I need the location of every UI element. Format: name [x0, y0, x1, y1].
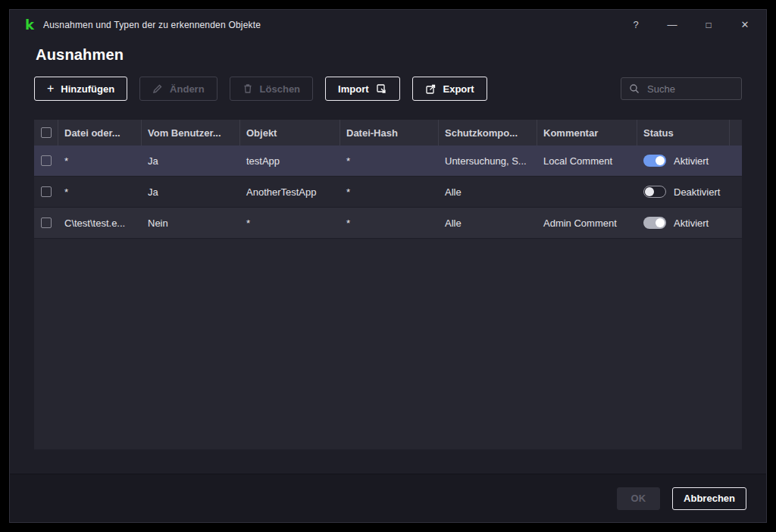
column-header-object[interactable]: Objekt [240, 120, 340, 146]
table-row[interactable]: * Ja testApp * Untersuchung, S... Local … [34, 146, 742, 177]
add-button[interactable]: + Hinzufügen [34, 77, 127, 101]
status-label: Aktiviert [674, 155, 709, 167]
search-icon [629, 83, 640, 94]
cell-hash: * [340, 146, 439, 176]
cell-object: AnotherTestApp [240, 177, 340, 207]
column-header-comment[interactable]: Kommentar [537, 120, 637, 146]
plus-icon: + [47, 83, 54, 95]
minimize-button[interactable]: — [666, 19, 678, 31]
row-checkbox[interactable] [41, 217, 52, 228]
delete-button[interactable]: Löschen [230, 77, 313, 101]
cell-comment: Local Comment [537, 146, 637, 176]
status-toggle[interactable] [643, 155, 666, 167]
maximize-button[interactable]: □ [702, 19, 715, 31]
column-header-hash[interactable]: Datei-Hash [340, 120, 439, 146]
column-header-filler [730, 120, 742, 146]
search-box [621, 77, 742, 100]
export-button-label: Export [443, 83, 474, 95]
delete-button-label: Löschen [260, 83, 300, 95]
trash-icon [242, 83, 253, 94]
cell-component: Untersuchung, S... [439, 146, 537, 176]
titlebar: k Ausnahmen und Typen der zu erkennenden… [10, 10, 766, 40]
cell-file: * [58, 177, 142, 207]
import-button-label: Import [338, 83, 368, 95]
kaspersky-logo-icon: k [25, 18, 34, 32]
edit-button-label: Ändern [170, 83, 205, 95]
edit-button[interactable]: Ändern [139, 77, 217, 101]
cell-component: Alle [439, 208, 537, 238]
window-title: Ausnahmen und Typen der zu erkennenden O… [43, 20, 261, 30]
cell-file: C\test\test.e... [58, 208, 142, 238]
cancel-button[interactable]: Abbrechen [672, 487, 746, 510]
cell-object: testApp [240, 146, 340, 176]
cell-user: Ja [142, 177, 240, 207]
add-button-label: Hinzufügen [61, 83, 114, 95]
cell-user: Nein [142, 208, 240, 238]
toolbar: + Hinzufügen Ändern Löschen Import [34, 77, 742, 101]
select-all-checkbox[interactable] [41, 127, 52, 138]
export-button[interactable]: Export [412, 77, 487, 101]
dialog-window: k Ausnahmen und Typen der zu erkennenden… [9, 9, 767, 523]
cell-hash: * [340, 208, 439, 238]
table-empty-area [34, 239, 742, 449]
window-controls: ? — □ ✕ [630, 19, 751, 31]
dialog-footer: OK Abbrechen [10, 474, 766, 522]
status-toggle[interactable] [643, 217, 666, 229]
row-checkbox[interactable] [41, 155, 52, 166]
cell-file: * [58, 146, 142, 176]
column-header-status[interactable]: Status [637, 120, 730, 146]
exclusions-table: Datei oder... Vom Benutzer... Objekt Dat… [34, 120, 742, 449]
select-all-cell [34, 120, 58, 146]
cell-comment [537, 177, 637, 207]
search-input[interactable] [646, 83, 734, 95]
table-row[interactable]: * Ja AnotherTestApp * Alle Deaktiviert [34, 177, 742, 208]
status-toggle[interactable] [643, 186, 666, 198]
import-button[interactable]: Import [325, 77, 399, 101]
close-button[interactable]: ✕ [739, 19, 751, 31]
column-header-user[interactable]: Vom Benutzer... [142, 120, 240, 146]
row-checkbox[interactable] [41, 186, 52, 197]
import-icon [376, 83, 387, 95]
pencil-icon [152, 83, 163, 94]
column-header-file[interactable]: Datei oder... [58, 120, 142, 146]
export-icon [425, 83, 436, 95]
cell-hash: * [340, 177, 439, 207]
cell-object: * [240, 208, 340, 238]
table-row[interactable]: C\test\test.e... Nein * * Alle Admin Com… [34, 208, 742, 239]
table-header-row: Datei oder... Vom Benutzer... Objekt Dat… [34, 120, 742, 146]
status-label: Deaktiviert [674, 186, 720, 198]
status-label: Aktiviert [674, 217, 709, 229]
cell-user: Ja [142, 146, 240, 176]
page-title: Ausnahmen [36, 46, 124, 64]
cell-component: Alle [439, 177, 537, 207]
ok-button[interactable]: OK [617, 487, 661, 510]
cell-comment: Admin Comment [537, 208, 637, 238]
help-button[interactable]: ? [630, 19, 642, 31]
column-header-component[interactable]: Schutzkompo... [439, 120, 537, 146]
